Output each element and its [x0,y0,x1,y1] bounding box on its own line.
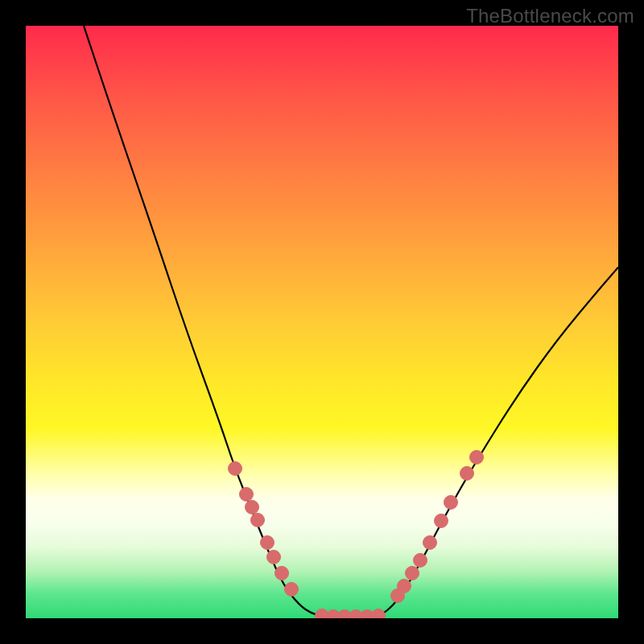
chart-svg [26,26,618,618]
data-dot [414,554,427,568]
chart-plot-area [26,26,618,618]
dot-layer [229,451,484,619]
data-dot [251,514,265,527]
data-dot [246,501,259,514]
data-dot [406,567,419,580]
data-dot [470,451,484,464]
data-dot [261,536,275,550]
data-dot [444,496,458,510]
data-dot [435,514,448,528]
data-dot [372,609,386,619]
data-dot [423,536,437,550]
data-dot [285,583,299,597]
data-dot [240,488,254,502]
chart-frame: TheBottleneck.com [0,0,644,644]
data-dot [275,567,289,580]
data-dot [398,580,411,593]
data-dot [229,462,242,476]
bottleneck-curve [84,26,618,617]
watermark-text: TheBottleneck.com [466,5,634,27]
data-dot [460,467,474,481]
data-dot [267,551,281,564]
